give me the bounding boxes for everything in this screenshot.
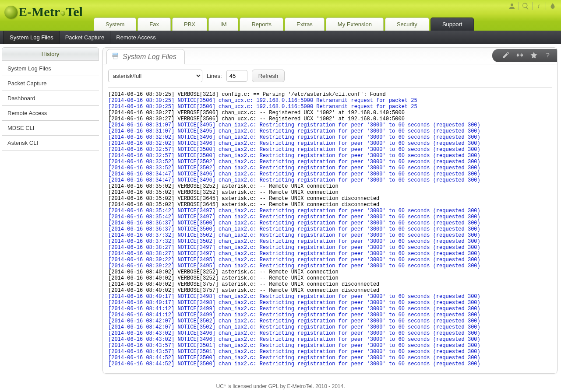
- sidebar-item-dashboard[interactable]: Dashboard: [2, 91, 99, 106]
- tab-im[interactable]: IM: [208, 18, 238, 31]
- lines-input[interactable]: [226, 70, 247, 82]
- sidebar-item-mdse-cli[interactable]: MDSE CLI: [2, 121, 99, 136]
- svg-rect-1: [113, 53, 118, 55]
- print-icon[interactable]: [111, 52, 119, 61]
- controls-row: asterisk/full Lines: Refresh: [108, 70, 552, 82]
- tab-my-extension[interactable]: My Extension: [326, 18, 384, 31]
- logo-dot-icon: [4, 6, 18, 19]
- brand-text-e: E: [18, 4, 27, 19]
- tab-pbx[interactable]: PBX: [172, 18, 207, 31]
- panel-tab: System Log Files: [106, 49, 185, 64]
- separator: [546, 2, 546, 10]
- brand-text-metro: -Metr: [27, 4, 60, 19]
- logfile-select[interactable]: asterisk/full: [108, 70, 202, 82]
- subnav-system-log-files[interactable]: System Log Files: [4, 31, 60, 44]
- main-content: System Log Files ? asterisk/full Lines: …: [101, 44, 561, 377]
- tab-fax[interactable]: Fax: [138, 18, 171, 31]
- info-icon[interactable]: i: [534, 1, 544, 11]
- top-icons: i: [507, 1, 557, 11]
- panel: System Log Files ? asterisk/full Lines: …: [102, 47, 557, 374]
- divider: [108, 88, 552, 88]
- footer-text: UCˣ is licensed under GPL by E-MetroTel.…: [0, 377, 561, 392]
- tab-reports[interactable]: Reports: [240, 18, 283, 31]
- panel-title: System Log Files: [123, 53, 176, 61]
- tab-system[interactable]: System: [94, 18, 136, 31]
- panel-actions: ?: [492, 49, 557, 62]
- drop-icon[interactable]: [548, 1, 557, 11]
- tab-extras[interactable]: Extras: [285, 18, 325, 31]
- sidebar-item-remote-access[interactable]: Remote Access: [2, 106, 99, 121]
- sidebar-item-system-log-files[interactable]: System Log Files: [2, 61, 99, 76]
- main-tabs: SystemFaxPBXIMReportsExtrasMy ExtensionS…: [94, 18, 475, 31]
- separator: [532, 2, 533, 10]
- brand-text-tel: Tel: [66, 4, 83, 19]
- collapse-icon[interactable]: [516, 51, 524, 60]
- tab-support[interactable]: Support: [430, 18, 474, 31]
- search-icon[interactable]: [521, 1, 530, 11]
- tab-security[interactable]: Security: [385, 18, 429, 31]
- svg-rect-3: [113, 57, 117, 59]
- top-bar: E-MetrTel i SystemFaxPBXIMReportsExtrasM…: [0, 0, 561, 31]
- edit-icon[interactable]: [502, 51, 510, 60]
- user-icon[interactable]: [507, 1, 517, 11]
- lines-label: Lines:: [207, 73, 222, 79]
- panel-header: System Log Files ?: [103, 48, 557, 64]
- help-icon[interactable]: ?: [544, 51, 552, 60]
- star-icon[interactable]: [530, 51, 538, 60]
- subnav-packet-capture[interactable]: Packet Capture: [60, 31, 111, 44]
- subnav-remote-access[interactable]: Remote Access: [110, 31, 161, 44]
- sidebar-item-packet-capture[interactable]: Packet Capture: [2, 76, 99, 91]
- sidebar-item-asterisk-cli[interactable]: Asterisk CLI: [2, 136, 99, 150]
- logo-dot-small-icon: [60, 11, 65, 16]
- refresh-button[interactable]: Refresh: [252, 70, 285, 82]
- sidebar-heading: History: [2, 47, 99, 61]
- sidebar: History System Log FilesPacket CaptureDa…: [0, 44, 101, 377]
- svg-text:?: ?: [546, 51, 550, 59]
- log-output: [2014-06-16 08:30:25] VERBOSE[3218] conf…: [108, 91, 552, 367]
- separator: [519, 2, 519, 10]
- sub-nav: System Log FilesPacket CaptureRemote Acc…: [0, 31, 561, 44]
- svg-text:i: i: [538, 3, 540, 10]
- brand-logo: E-MetrTel: [4, 4, 83, 19]
